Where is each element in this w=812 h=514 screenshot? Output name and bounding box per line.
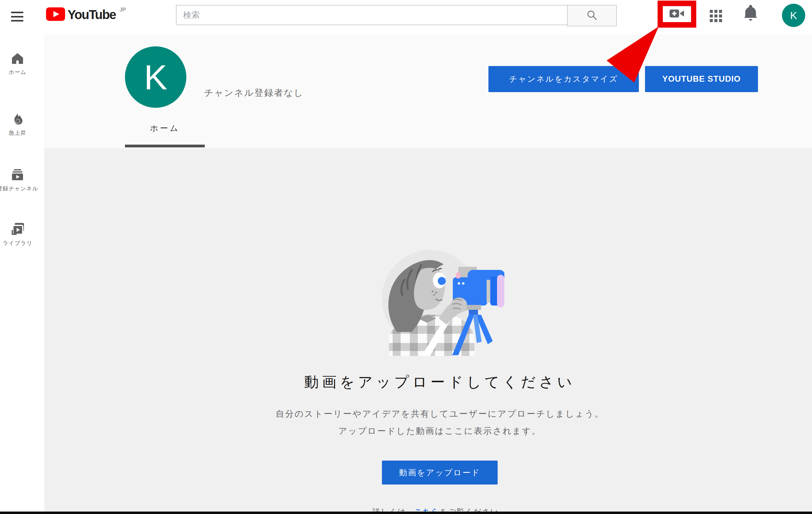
channel-avatar[interactable]: K [125,46,186,108]
subscriber-status: チャンネル登録者なし [204,87,304,99]
youtube-logo[interactable]: YouTube JP [46,7,126,22]
window-bottom-edge [0,512,812,514]
sidebar-item-label: ライブラリ [2,239,32,247]
youtube-studio-button[interactable]: YOUTUBE STUDIO [645,66,758,92]
empty-state-title: 動画をアップロードしてください [67,372,812,392]
account-avatar[interactable]: K [782,4,805,27]
description-line-2: アップロードした動画はここに表示されます。 [67,423,812,440]
sidebar-item-label: 急上昇 [9,129,26,137]
description-line-1: 自分のストーリーやアイデアを共有してユーザーにアプローチしましょう。 [67,405,812,423]
search-icon [586,9,598,22]
home-icon [11,52,24,66]
menu-icon[interactable] [11,12,23,22]
apps-grid-icon[interactable] [710,10,722,22]
sidebar-item-library[interactable]: ライブラリ [0,223,35,247]
sidebar-item-label: ホーム [8,68,26,76]
create-video-button[interactable] [663,6,691,22]
sidebar-item-subscriptions[interactable]: 登録チャンネル [0,169,35,192]
avatar-initial: K [790,9,797,22]
camera-person-illustration [375,240,504,357]
upload-video-button[interactable]: 動画をアップロード [382,461,498,485]
masthead: YouTube JP 検索 K [0,0,812,34]
empty-state-description: 自分のストーリーやアイデアを共有してユーザーにアプローチしましょう。 アップロー… [67,405,812,440]
search-button[interactable] [567,5,617,26]
sidebar-item-home[interactable]: ホーム [0,52,35,76]
subscriptions-icon [11,169,24,182]
annotation-highlight-box [658,1,696,28]
sidebar-item-trending[interactable]: 急上昇 [0,112,35,137]
search-placeholder: 検索 [183,9,200,21]
sidebar: ホーム 急上昇 登録チャンネル ライブラリ [0,34,44,512]
notifications-icon[interactable] [744,4,758,23]
sidebar-item-label: 登録チャンネル [0,185,38,192]
search-input[interactable]: 検索 [176,5,567,25]
channel-content: 動画をアップロードしてください 自分のストーリーやアイデアを共有してユーザーにア… [44,148,812,512]
tab-home[interactable]: ホーム [125,123,205,134]
empty-state: 動画をアップロードしてください 自分のストーリーやアイデアを共有してユーザーにア… [44,148,812,514]
youtube-play-icon [46,7,65,22]
active-tab-underline [125,145,205,147]
customize-channel-button[interactable]: チャンネルをカスタマイズ [488,66,639,92]
logo-wordmark: YouTube [67,7,116,22]
channel-avatar-initial: K [144,57,167,97]
logo-region: JP [120,7,126,13]
trending-icon [11,112,24,126]
create-video-icon [670,8,684,20]
search-bar: 検索 [176,5,617,26]
library-icon [10,223,25,237]
